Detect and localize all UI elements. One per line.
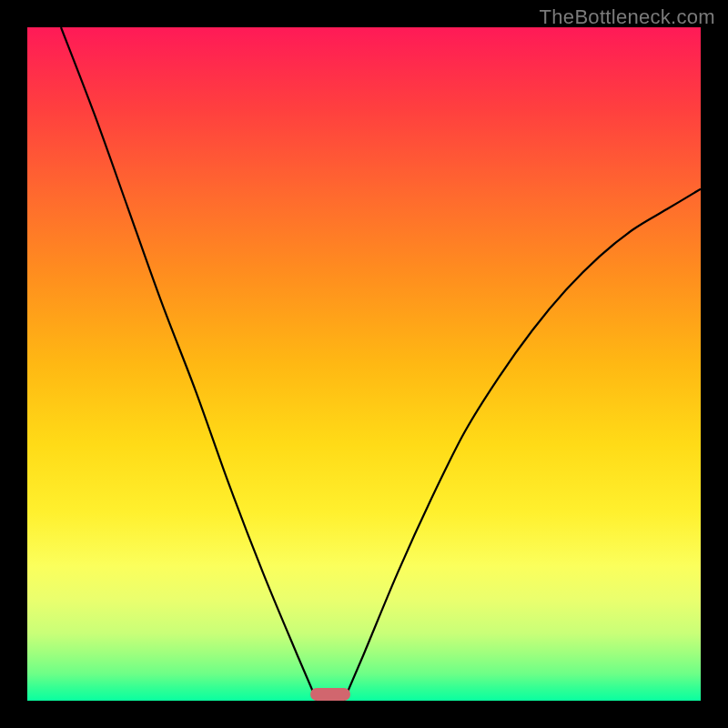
bottom-marker [310, 688, 350, 701]
left-curve [61, 27, 317, 701]
watermark-text: TheBottleneck.com [540, 5, 715, 29]
plot-area [27, 27, 701, 701]
chart-curves [27, 27, 701, 701]
chart-container: TheBottleneck.com [0, 0, 728, 728]
right-curve [344, 189, 701, 701]
